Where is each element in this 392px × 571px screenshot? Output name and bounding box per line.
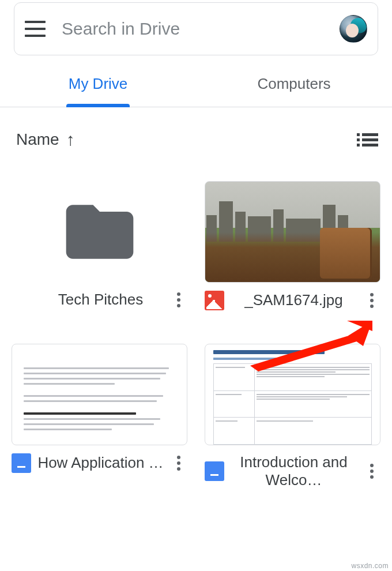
image-thumbnail [205,181,380,283]
sort-label: Name [16,130,59,149]
avatar[interactable] [340,15,367,43]
search-input[interactable] [62,19,323,39]
grid-item-folder[interactable]: Tech Pitches [12,181,187,326]
item-label: Tech Pitches [36,291,165,309]
more-icon[interactable] [170,292,187,307]
menu-icon[interactable] [25,21,46,37]
search-bar [14,2,378,55]
tab-computers[interactable]: Computers [196,61,392,107]
arrow-up-icon: ↑ [66,131,75,148]
list-view-icon[interactable] [357,133,378,146]
gdoc-file-icon [205,461,224,481]
tab-bar: My Drive Computers [0,61,392,107]
sort-button[interactable]: Name ↑ [16,130,75,149]
watermark: wsxdn.com [351,562,389,570]
grid-item-doc[interactable]: Introduction and Welco… [205,344,380,505]
grid-item-image[interactable]: _SAM1674.jpg [205,181,380,326]
item-label: _SAM1674.jpg [229,291,359,309]
more-icon[interactable] [363,464,380,479]
image-file-icon [205,291,224,310]
file-grid: Tech Pitches _SAM1674.jpg [0,158,392,505]
doc-thumbnail [12,344,187,445]
folder-icon [12,181,187,283]
gdoc-file-icon [12,453,31,473]
item-label: How Application … [36,454,165,472]
sort-row: Name ↑ [0,107,392,158]
doc-thumbnail [205,344,380,445]
more-icon[interactable] [363,293,380,308]
more-icon[interactable] [170,456,187,471]
tab-my-drive[interactable]: My Drive [0,61,196,107]
item-label: Introduction and Welco… [229,453,359,489]
grid-item-doc[interactable]: How Application … [12,344,187,505]
